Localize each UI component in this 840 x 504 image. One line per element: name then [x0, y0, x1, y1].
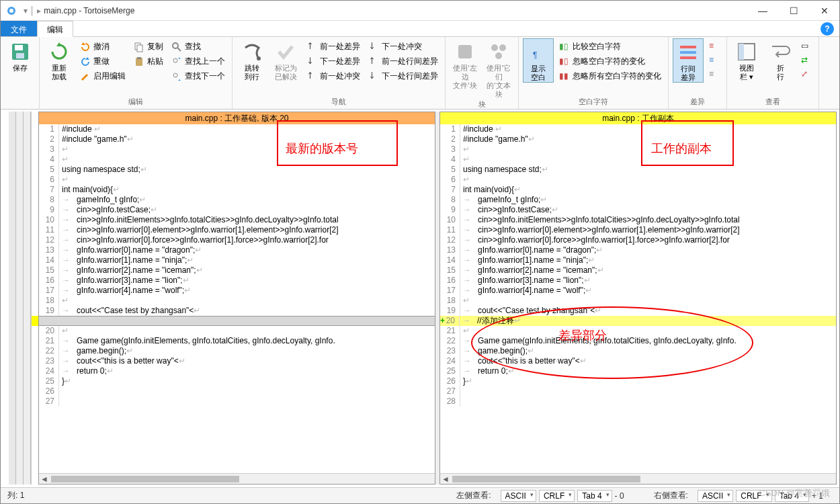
undo-icon [80, 42, 91, 52]
swap-icon: ⇄ [801, 55, 812, 66]
copy-button[interactable]: 复制 [131, 40, 166, 54]
group-block-label: 块 [450, 99, 514, 110]
bars-icon: ≡ [709, 55, 720, 66]
svg-rect-3 [15, 45, 23, 50]
qat-sep: ▾ │ ▸ [24, 6, 41, 15]
svg-rect-19 [680, 46, 696, 48]
tab-file[interactable]: 文件 [1, 21, 37, 36]
right-code[interactable]: 1#include·↵2#include·"game.h"↵3↵4↵5using… [440, 124, 836, 407]
search-down-icon [171, 71, 182, 82]
left-encoding-dd[interactable]: ASCII [501, 490, 536, 502]
svg-rect-20 [680, 51, 696, 54]
svg-point-17 [495, 52, 502, 59]
ws-ignoreall-icon: ▮▮ [559, 71, 570, 82]
ignore-ws-button[interactable]: ▮▯忽略空白字符的变化 [556, 54, 664, 69]
ribbon: 保存 重新加载 撤消 重做 启用编辑 复制 粘贴 查找 查找上一个 查找下一个 [1, 37, 839, 110]
ws-compare-icon: ▮▯ [559, 42, 570, 52]
svg-point-13 [257, 56, 261, 60]
redo-button[interactable]: 重做 [77, 54, 128, 69]
prev-inline-button[interactable]: 🡑前一处行间差异 [366, 54, 441, 69]
undo-button[interactable]: 撤消 [77, 40, 128, 54]
svg-point-16 [499, 44, 506, 51]
minimize-button[interactable]: ― [753, 5, 772, 16]
enable-edit-button[interactable]: 启用编辑 [77, 69, 128, 83]
next-conflict-button[interactable]: 🡓下一处冲突 [366, 40, 441, 54]
block-left-icon [454, 41, 476, 62]
maximize-button[interactable]: ☐ [784, 5, 803, 16]
svg-rect-4 [16, 53, 24, 58]
paste-icon [134, 56, 144, 67]
use-their-button[interactable]: 使用'它们的'文本块 [483, 38, 514, 99]
group-edit-label: 编辑 [44, 96, 228, 108]
right-encoding-dd[interactable]: ASCII [698, 490, 733, 502]
svg-rect-6 [137, 45, 142, 52]
overview-ruler[interactable] [9, 112, 32, 485]
mark-resolved-button[interactable]: 标记为已解决 [270, 38, 301, 81]
left-hscroll[interactable]: ◄ [39, 473, 435, 484]
diff-opt3[interactable]: ≡ [706, 68, 722, 81]
left-tab-dd[interactable]: Tab 4 [577, 490, 612, 502]
status-column: 列: 1 [7, 490, 24, 501]
next-diff-button[interactable]: 🡓下一处差异 [304, 54, 363, 69]
view-opt1[interactable]: ▭ [798, 40, 814, 53]
status-right-label: 右侧查看: [654, 490, 688, 501]
svg-rect-21 [680, 56, 696, 59]
svg-point-1 [9, 9, 13, 13]
copy-icon [134, 42, 144, 52]
down-arrow-icon: 🡓 [368, 42, 379, 52]
left-eol-dd[interactable]: CRLF [539, 490, 575, 502]
paste-button[interactable]: 粘贴 [131, 54, 166, 69]
ws-ignore-icon: ▮▯ [559, 56, 570, 67]
down-arrow-icon: 🡓 [306, 56, 317, 67]
left-code[interactable]: 1#include·↵2#include·"game.h"↵3↵4↵5using… [39, 124, 435, 407]
diff-opt2[interactable]: ≡ [706, 54, 722, 67]
prev-diff-button[interactable]: 🡑前一处差异 [304, 40, 363, 54]
svg-point-9 [173, 43, 178, 48]
find-prev-button[interactable]: 查找上一个 [169, 54, 228, 69]
watermark: CSDN @赏善罚饿 [759, 487, 830, 499]
group-nav-label: 导航 [237, 96, 441, 108]
view-bar-button[interactable]: 视图栏 ▾ [731, 38, 762, 81]
pilcrow-icon: ¶ [528, 42, 549, 63]
help-button[interactable]: ? [821, 22, 834, 36]
wrap-button[interactable]: 折行 [765, 38, 796, 81]
close-button[interactable]: ✕ [815, 5, 834, 16]
show-whitespace-button[interactable]: ¶ 显示空白 [523, 38, 554, 83]
search-icon [171, 42, 182, 52]
left-pane: main.cpp : 工作基础, 版本 20 1#include·↵2#incl… [38, 112, 435, 485]
reload-button[interactable]: 重新加载 [44, 38, 75, 81]
inline-diff-icon [677, 42, 699, 63]
view-opt3[interactable]: ⤢ [798, 68, 814, 81]
goto-button[interactable]: 跳转到行 [237, 38, 267, 81]
use-left-button[interactable]: 使用'左边文件'块 [450, 38, 480, 90]
window-title: main.cpp - TortoiseMerge [44, 6, 753, 15]
right-pane: main.cpp : 工作副本 1#include·↵2#include·"ga… [439, 112, 837, 485]
inline-diff-button[interactable]: 行间差异 [673, 38, 704, 83]
group-diff-label: 差异 [673, 96, 722, 108]
left-change-strip [32, 112, 38, 485]
svg-line-10 [177, 48, 181, 51]
svg-rect-23 [739, 44, 744, 60]
view-opt2[interactable]: ⇄ [798, 54, 814, 67]
bars-icon: ≡ [709, 41, 720, 52]
svg-point-11 [173, 58, 177, 62]
save-button[interactable]: 保存 [5, 38, 35, 73]
ignore-all-ws-button[interactable]: ▮▮忽略所有空白字符的变化 [556, 69, 664, 83]
next-inline-button[interactable]: 🡓下一处行间差异 [366, 69, 441, 83]
left-mod: - 0 [615, 491, 624, 501]
find-button[interactable]: 查找 [169, 40, 228, 54]
tab-edit[interactable]: 编辑 [37, 21, 73, 37]
statusbar: 列: 1 左侧查看: ASCII CRLF Tab 4 - 0 右侧查看: AS… [1, 487, 839, 503]
goto-icon [241, 41, 263, 62]
svg-point-15 [491, 44, 498, 51]
check-icon [275, 41, 296, 62]
diff-opt1[interactable]: ≡ [706, 40, 722, 53]
compare-ws-button[interactable]: ▮▯比较空白字符 [556, 40, 664, 54]
reload-icon [48, 41, 70, 62]
wrap-icon [769, 41, 791, 62]
prev-conflict-button[interactable]: 🡑前一处冲突 [304, 69, 363, 83]
find-next-button[interactable]: 查找下一个 [169, 69, 228, 83]
right-hscroll[interactable]: ◄ [440, 473, 836, 484]
right-pane-header: main.cpp : 工作副本 [440, 112, 836, 124]
block-their-icon [488, 41, 509, 62]
